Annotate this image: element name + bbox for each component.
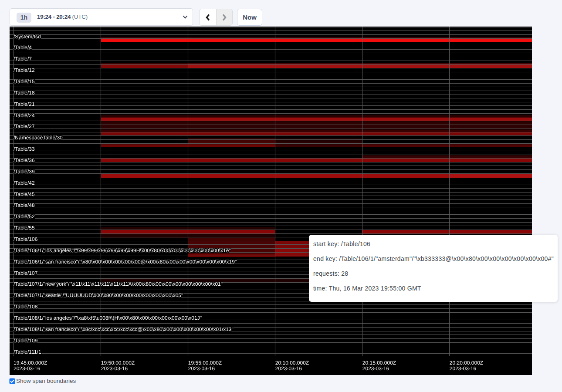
svg-text:2023-03-16: 2023-03-16 xyxy=(362,365,389,372)
svg-text:20:15:00.000Z: 20:15:00.000Z xyxy=(362,360,396,366)
svg-text:/Table/106: /Table/106 xyxy=(14,236,38,242)
svg-text:/Table/106/1/"san francisco"/": /Table/106/1/"san francisco"/"\x80\x00\x… xyxy=(14,259,237,265)
svg-text:19:55:00.000Z: 19:55:00.000Z xyxy=(188,360,222,366)
svg-text:/Table/106/1/"los angeles"/"\x: /Table/106/1/"los angeles"/"\x99\x99\x99… xyxy=(14,247,231,253)
svg-text:/System/tsd: /System/tsd xyxy=(14,34,41,40)
svg-text:/Table/109: /Table/109 xyxy=(14,338,38,344)
svg-text:/Table/107/1/"new york"/"\x11\: /Table/107/1/"new york"/"\x11\x11\x11\x1… xyxy=(14,281,223,287)
svg-text:/Table/39: /Table/39 xyxy=(14,169,35,175)
svg-text:/Table/36: /Table/36 xyxy=(14,157,35,163)
svg-text:/NamespaceTable/30: /NamespaceTable/30 xyxy=(14,135,63,141)
svg-text:2023-03-16: 2023-03-16 xyxy=(275,365,302,372)
svg-text:/Table/24: /Table/24 xyxy=(14,112,35,118)
svg-text:/Table/55: /Table/55 xyxy=(14,225,35,231)
svg-text:/Table/108/1/"san francisco"/": /Table/108/1/"san francisco"/"\x8c\xcc\x… xyxy=(14,326,234,332)
svg-text:/Table/27: /Table/27 xyxy=(14,123,35,129)
svg-text:/Table/52: /Table/52 xyxy=(14,213,35,220)
svg-text:/Table/12: /Table/12 xyxy=(14,67,35,73)
svg-text:/Table/45: /Table/45 xyxy=(14,191,35,197)
svg-text:/Table/107/1/"seattle"/"UUUUUU: /Table/107/1/"seattle"/"UUUUUUD\x00\x80\… xyxy=(14,292,183,298)
svg-text:20:10:00.000Z: 20:10:00.000Z xyxy=(275,360,309,366)
svg-text:2023-03-16: 2023-03-16 xyxy=(101,365,128,372)
svg-text:/Table/42: /Table/42 xyxy=(14,180,35,186)
svg-text:2023-03-16: 2023-03-16 xyxy=(14,365,41,372)
svg-text:19:45:00.000Z: 19:45:00.000Z xyxy=(14,360,47,366)
svg-text:/Table/107: /Table/107 xyxy=(14,270,38,276)
svg-text:2023-03-16: 2023-03-16 xyxy=(188,365,215,372)
svg-text:20:20:00.000Z: 20:20:00.000Z xyxy=(450,360,483,366)
svg-text:2023-03-16: 2023-03-16 xyxy=(450,365,477,372)
svg-text:/Table/33: /Table/33 xyxy=(14,146,35,152)
svg-text:19:50:00.000Z: 19:50:00.000Z xyxy=(101,360,135,366)
svg-text:/Table/7: /Table/7 xyxy=(14,56,32,62)
svg-text:/Table/108: /Table/108 xyxy=(14,304,38,310)
svg-text:/Table/4: /Table/4 xyxy=(14,44,32,51)
svg-text:/Table/15: /Table/15 xyxy=(14,78,35,84)
svg-text:/Table/21: /Table/21 xyxy=(14,101,35,107)
svg-text:/Table/111/1: /Table/111/1 xyxy=(14,349,41,355)
svg-text:/Table/108/1/"los angeles"/"\x: /Table/108/1/"los angeles"/"\xa8\xf5\u00… xyxy=(14,315,202,321)
svg-text:/Table/48: /Table/48 xyxy=(14,202,35,208)
svg-text:/Table/18: /Table/18 xyxy=(14,90,35,96)
